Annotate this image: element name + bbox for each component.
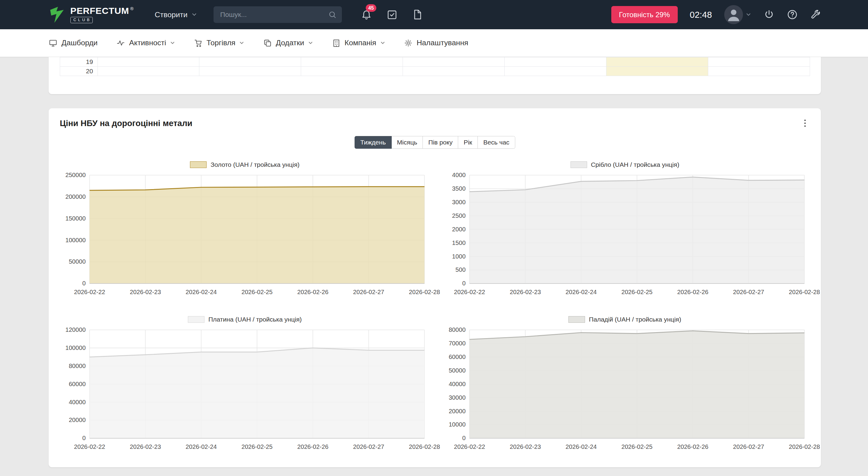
silver-legend-label: Срібло (UAH / тройська унція) — [591, 161, 679, 168]
help-icon[interactable] — [787, 9, 798, 20]
svg-text:2026-02-23: 2026-02-23 — [510, 443, 541, 450]
gold-chart-plot: 0500001000001500002000002500002026-02-22… — [60, 171, 430, 297]
topbar-icon-group: 45 — [361, 9, 423, 20]
chevron-down-icon — [380, 40, 385, 45]
table-row: 20 — [60, 66, 810, 76]
chevron-down-icon — [308, 40, 313, 45]
chevron-down-icon — [746, 12, 751, 17]
svg-text:40000: 40000 — [449, 381, 466, 387]
user-menu[interactable] — [724, 5, 751, 24]
power-icon[interactable] — [764, 9, 775, 20]
nav-label: Дашборди — [61, 39, 98, 47]
nav-label: Торгівля — [207, 39, 236, 47]
svg-text:2026-02-24: 2026-02-24 — [566, 443, 597, 450]
svg-text:2026-02-26: 2026-02-26 — [297, 289, 328, 295]
document-icon[interactable] — [412, 9, 423, 20]
svg-text:40000: 40000 — [69, 399, 86, 405]
svg-text:2026-02-28: 2026-02-28 — [409, 443, 440, 450]
tab-all-time[interactable]: Весь час — [477, 136, 515, 149]
avatar — [724, 5, 743, 24]
table-cell — [199, 66, 301, 76]
nav-item-activities[interactable]: Активності — [116, 39, 175, 47]
table-cell — [708, 57, 810, 66]
tab-week[interactable]: Тиждень — [354, 136, 392, 149]
create-label: Створити — [155, 10, 188, 19]
svg-text:3500: 3500 — [452, 185, 466, 192]
search-icon[interactable] — [328, 10, 337, 19]
tools-icon[interactable] — [810, 9, 821, 20]
table-cell — [98, 66, 199, 76]
svg-text:2026-02-22: 2026-02-22 — [454, 289, 485, 295]
brand-sub: CLUB — [70, 17, 93, 23]
svg-text:50000: 50000 — [69, 259, 86, 265]
svg-text:100000: 100000 — [65, 237, 86, 243]
silver-chart-legend[interactable]: Срібло (UAH / тройська унція) — [440, 161, 810, 169]
tab-year[interactable]: Рік — [458, 136, 478, 149]
platinum-chart-legend[interactable]: Платина (UAH / тройська унція) — [60, 315, 430, 324]
svg-text:2026-02-23: 2026-02-23 — [510, 289, 541, 295]
svg-text:50000: 50000 — [449, 367, 466, 374]
svg-text:3000: 3000 — [452, 199, 466, 205]
svg-text:2026-02-23: 2026-02-23 — [130, 443, 161, 450]
table-cell — [301, 66, 403, 76]
nav-item-apps[interactable]: Додатки — [263, 39, 313, 47]
silver-chart: Срібло (UAH / тройська унція) 0500100015… — [440, 161, 810, 297]
nav-item-trade[interactable]: Торгівля — [194, 39, 244, 47]
svg-text:2026-02-25: 2026-02-25 — [622, 443, 653, 450]
tasks-icon[interactable] — [386, 9, 398, 20]
svg-text:10000: 10000 — [449, 421, 466, 428]
partial-table: 19 20 — [60, 57, 810, 76]
svg-text:2026-02-25: 2026-02-25 — [622, 289, 653, 295]
notifications-icon[interactable]: 45 — [361, 9, 372, 20]
svg-text:2026-02-22: 2026-02-22 — [454, 443, 485, 450]
nav-label: Налаштування — [417, 39, 468, 47]
gold-legend-label: Золото (UAH / тройська унція) — [211, 161, 300, 168]
nav-item-company[interactable]: Компанія — [332, 39, 385, 47]
nav-item-settings[interactable]: Налаштування — [404, 39, 468, 47]
nav-item-dashboards[interactable]: Дашборди — [49, 39, 98, 47]
content: 19 20 Ціни НБУ на д — [0, 57, 868, 476]
brand-name: PERFECTUM® — [70, 6, 134, 15]
svg-text:80000: 80000 — [449, 327, 466, 333]
notification-badge: 45 — [366, 4, 376, 12]
svg-text:120000: 120000 — [65, 327, 86, 333]
table-cell — [199, 57, 301, 66]
search-input[interactable] — [214, 6, 342, 23]
svg-text:1000: 1000 — [452, 253, 466, 260]
create-menu[interactable]: Створити — [155, 10, 197, 19]
monitor-icon — [49, 39, 57, 47]
chevron-down-icon — [239, 40, 244, 45]
svg-text:30000: 30000 — [449, 394, 466, 401]
svg-text:500: 500 — [456, 266, 466, 273]
charts-grid: Золото (UAH / тройська унція) 0500001000… — [49, 161, 821, 451]
table-cell — [403, 66, 505, 76]
svg-text:100000: 100000 — [65, 344, 86, 351]
svg-text:2026-02-28: 2026-02-28 — [789, 443, 820, 450]
chevron-down-icon — [191, 12, 197, 17]
svg-text:2026-02-22: 2026-02-22 — [74, 443, 105, 450]
svg-text:0: 0 — [462, 435, 466, 442]
readiness-button[interactable]: Готовність 29% — [611, 6, 678, 23]
kebab-menu-icon[interactable] — [800, 118, 810, 128]
gold-chart-legend[interactable]: Золото (UAH / тройська унція) — [60, 161, 430, 169]
table-cell — [504, 66, 606, 76]
svg-text:2026-02-27: 2026-02-27 — [353, 443, 384, 450]
platinum-chart-plot: 0200004000060000800001000001200002026-02… — [60, 326, 430, 451]
svg-text:2026-02-24: 2026-02-24 — [566, 289, 597, 295]
logo[interactable]: PERFECTUM® CLUB — [49, 5, 133, 24]
svg-text:2026-02-25: 2026-02-25 — [241, 443, 272, 450]
clock: 02:48 — [690, 10, 712, 20]
gold-legend-swatch — [190, 161, 207, 168]
table-cell — [98, 57, 199, 66]
palladium-chart-legend[interactable]: Паладій (UAH / тройська унція) — [440, 315, 810, 324]
svg-text:2026-02-26: 2026-02-26 — [677, 443, 708, 450]
svg-text:2026-02-26: 2026-02-26 — [297, 443, 328, 450]
tab-month[interactable]: Місяць — [391, 136, 423, 149]
period-tabs: Тиждень Місяць Пів року Рік Весь час — [49, 136, 821, 149]
activity-icon — [116, 39, 125, 47]
tab-half-year[interactable]: Пів року — [423, 136, 459, 149]
svg-text:2026-02-27: 2026-02-27 — [353, 289, 384, 295]
svg-text:200000: 200000 — [65, 193, 86, 200]
svg-text:2026-02-24: 2026-02-24 — [186, 443, 217, 450]
topbar: PERFECTUM® CLUB Створити 45 Готовність 2… — [0, 0, 868, 29]
